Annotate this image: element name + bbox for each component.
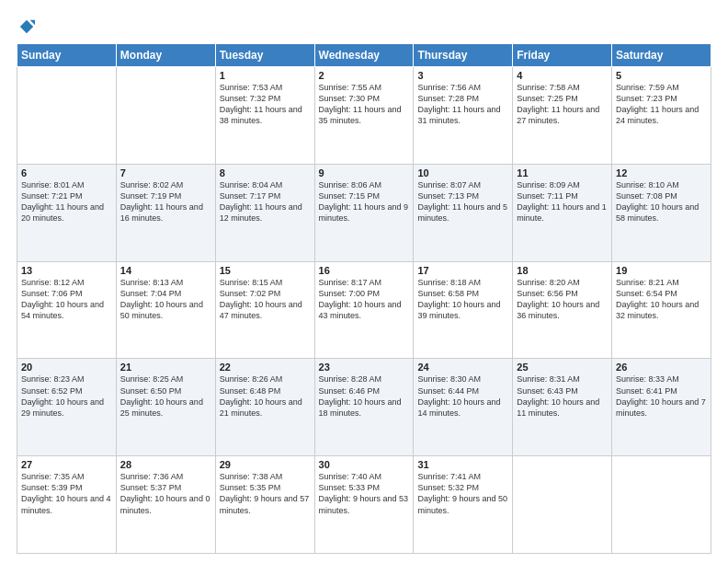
logo — [17, 17, 35, 36]
calendar-cell: 7Sunrise: 8:02 AM Sunset: 7:19 PM Daylig… — [116, 164, 215, 261]
calendar-cell: 8Sunrise: 8:04 AM Sunset: 7:17 PM Daylig… — [215, 164, 314, 261]
day-info: Sunrise: 8:01 AM Sunset: 7:21 PM Dayligh… — [21, 179, 112, 224]
day-number: 3 — [417, 70, 508, 81]
weekday-header-monday: Monday — [116, 44, 215, 67]
day-number: 4 — [517, 70, 608, 81]
day-number: 28 — [120, 459, 211, 470]
calendar-cell — [116, 67, 215, 165]
day-number: 25 — [517, 362, 608, 373]
day-info: Sunrise: 7:59 AM Sunset: 7:23 PM Dayligh… — [616, 82, 707, 127]
day-number: 24 — [417, 362, 508, 373]
calendar-cell: 23Sunrise: 8:28 AM Sunset: 6:46 PM Dayli… — [314, 359, 414, 456]
weekday-header-saturday: Saturday — [612, 44, 711, 67]
calendar-cell: 4Sunrise: 7:58 AM Sunset: 7:25 PM Daylig… — [513, 67, 612, 165]
calendar-cell: 26Sunrise: 8:33 AM Sunset: 6:41 PM Dayli… — [612, 359, 711, 456]
day-number: 20 — [21, 362, 112, 373]
day-number: 21 — [120, 362, 211, 373]
calendar-cell: 1Sunrise: 7:53 AM Sunset: 7:32 PM Daylig… — [215, 67, 314, 165]
calendar-cell: 17Sunrise: 8:18 AM Sunset: 6:58 PM Dayli… — [414, 261, 513, 359]
calendar-cell: 24Sunrise: 8:30 AM Sunset: 6:44 PM Dayli… — [414, 359, 513, 456]
calendar-cell: 5Sunrise: 7:59 AM Sunset: 7:23 PM Daylig… — [612, 67, 711, 165]
day-info: Sunrise: 8:28 AM Sunset: 6:46 PM Dayligh… — [319, 373, 410, 419]
day-number: 17 — [417, 265, 508, 276]
weekday-header-friday: Friday — [513, 44, 612, 67]
day-number: 11 — [517, 167, 608, 178]
calendar-cell: 27Sunrise: 7:35 AM Sunset: 5:39 PM Dayli… — [17, 456, 117, 554]
day-info: Sunrise: 7:55 AM Sunset: 7:30 PM Dayligh… — [319, 82, 410, 127]
calendar-cell: 31Sunrise: 7:41 AM Sunset: 5:32 PM Dayli… — [414, 456, 513, 554]
calendar-cell: 11Sunrise: 8:09 AM Sunset: 7:11 PM Dayli… — [513, 164, 612, 261]
day-info: Sunrise: 8:13 AM Sunset: 7:04 PM Dayligh… — [120, 277, 211, 322]
calendar-week-row: 20Sunrise: 8:23 AM Sunset: 6:52 PM Dayli… — [17, 359, 711, 456]
header — [17, 17, 711, 36]
day-info: Sunrise: 8:09 AM Sunset: 7:11 PM Dayligh… — [517, 179, 608, 224]
weekday-header-tuesday: Tuesday — [215, 44, 314, 67]
day-number: 29 — [220, 459, 311, 470]
calendar-cell: 2Sunrise: 7:55 AM Sunset: 7:30 PM Daylig… — [314, 67, 414, 165]
day-info: Sunrise: 8:20 AM Sunset: 6:56 PM Dayligh… — [517, 277, 608, 322]
day-info: Sunrise: 7:35 AM Sunset: 5:39 PM Dayligh… — [21, 471, 112, 516]
day-number: 1 — [220, 70, 311, 81]
calendar-cell: 14Sunrise: 8:13 AM Sunset: 7:04 PM Dayli… — [116, 261, 215, 359]
weekday-header-wednesday: Wednesday — [314, 44, 414, 67]
calendar-cell: 16Sunrise: 8:17 AM Sunset: 7:00 PM Dayli… — [314, 261, 414, 359]
day-info: Sunrise: 8:33 AM Sunset: 6:41 PM Dayligh… — [616, 373, 707, 419]
day-number: 6 — [21, 167, 112, 178]
calendar-cell: 12Sunrise: 8:10 AM Sunset: 7:08 PM Dayli… — [612, 164, 711, 261]
day-info: Sunrise: 8:15 AM Sunset: 7:02 PM Dayligh… — [220, 277, 311, 322]
day-info: Sunrise: 7:36 AM Sunset: 5:37 PM Dayligh… — [120, 471, 211, 516]
day-number: 27 — [21, 459, 112, 470]
calendar-cell: 28Sunrise: 7:36 AM Sunset: 5:37 PM Dayli… — [116, 456, 215, 554]
calendar-cell: 20Sunrise: 8:23 AM Sunset: 6:52 PM Dayli… — [17, 359, 117, 456]
calendar-week-row: 1Sunrise: 7:53 AM Sunset: 7:32 PM Daylig… — [17, 67, 711, 165]
day-info: Sunrise: 8:10 AM Sunset: 7:08 PM Dayligh… — [616, 179, 707, 224]
calendar-cell: 30Sunrise: 7:40 AM Sunset: 5:33 PM Dayli… — [314, 456, 414, 554]
day-number: 10 — [417, 167, 508, 178]
calendar-cell: 19Sunrise: 8:21 AM Sunset: 6:54 PM Dayli… — [612, 261, 711, 359]
day-info: Sunrise: 8:23 AM Sunset: 6:52 PM Dayligh… — [21, 373, 112, 419]
svg-marker-0 — [20, 19, 33, 32]
day-number: 7 — [120, 167, 211, 178]
day-number: 22 — [220, 362, 311, 373]
day-number: 14 — [120, 265, 211, 276]
day-number: 26 — [616, 362, 707, 373]
logo-icon — [18, 18, 35, 35]
day-info: Sunrise: 7:53 AM Sunset: 7:32 PM Dayligh… — [220, 82, 311, 127]
day-info: Sunrise: 8:04 AM Sunset: 7:17 PM Dayligh… — [220, 179, 311, 224]
calendar-week-row: 13Sunrise: 8:12 AM Sunset: 7:06 PM Dayli… — [17, 261, 711, 359]
day-info: Sunrise: 8:12 AM Sunset: 7:06 PM Dayligh… — [21, 277, 112, 322]
day-info: Sunrise: 8:06 AM Sunset: 7:15 PM Dayligh… — [319, 179, 410, 224]
calendar-cell: 29Sunrise: 7:38 AM Sunset: 5:35 PM Dayli… — [215, 456, 314, 554]
calendar-cell: 13Sunrise: 8:12 AM Sunset: 7:06 PM Dayli… — [17, 261, 117, 359]
calendar-cell: 3Sunrise: 7:56 AM Sunset: 7:28 PM Daylig… — [414, 67, 513, 165]
day-info: Sunrise: 7:58 AM Sunset: 7:25 PM Dayligh… — [517, 82, 608, 127]
calendar-cell: 9Sunrise: 8:06 AM Sunset: 7:15 PM Daylig… — [314, 164, 414, 261]
day-info: Sunrise: 8:26 AM Sunset: 6:48 PM Dayligh… — [220, 373, 311, 419]
day-info: Sunrise: 8:17 AM Sunset: 7:00 PM Dayligh… — [319, 277, 410, 322]
calendar-cell: 6Sunrise: 8:01 AM Sunset: 7:21 PM Daylig… — [17, 164, 117, 261]
calendar-cell: 10Sunrise: 8:07 AM Sunset: 7:13 PM Dayli… — [414, 164, 513, 261]
day-number: 18 — [517, 265, 608, 276]
day-number: 5 — [616, 70, 707, 81]
page: SundayMondayTuesdayWednesdayThursdayFrid… — [0, 0, 728, 563]
calendar-cell: 25Sunrise: 8:31 AM Sunset: 6:43 PM Dayli… — [513, 359, 612, 456]
calendar-week-row: 27Sunrise: 7:35 AM Sunset: 5:39 PM Dayli… — [17, 456, 711, 554]
day-number: 15 — [220, 265, 311, 276]
day-info: Sunrise: 7:56 AM Sunset: 7:28 PM Dayligh… — [417, 82, 508, 127]
day-info: Sunrise: 8:07 AM Sunset: 7:13 PM Dayligh… — [417, 179, 508, 224]
day-number: 8 — [220, 167, 311, 178]
weekday-header-sunday: Sunday — [17, 44, 117, 67]
weekday-header-row: SundayMondayTuesdayWednesdayThursdayFrid… — [17, 44, 711, 67]
day-number: 31 — [417, 459, 508, 470]
day-number: 19 — [616, 265, 707, 276]
calendar-cell — [17, 67, 117, 165]
calendar-cell — [513, 456, 612, 554]
day-info: Sunrise: 8:30 AM Sunset: 6:44 PM Dayligh… — [417, 373, 508, 419]
day-number: 9 — [319, 167, 410, 178]
calendar-table: SundayMondayTuesdayWednesdayThursdayFrid… — [17, 43, 711, 554]
day-number: 13 — [21, 265, 112, 276]
calendar-cell — [612, 456, 711, 554]
day-info: Sunrise: 8:18 AM Sunset: 6:58 PM Dayligh… — [417, 277, 508, 322]
day-number: 16 — [319, 265, 410, 276]
day-info: Sunrise: 7:38 AM Sunset: 5:35 PM Dayligh… — [220, 471, 311, 516]
